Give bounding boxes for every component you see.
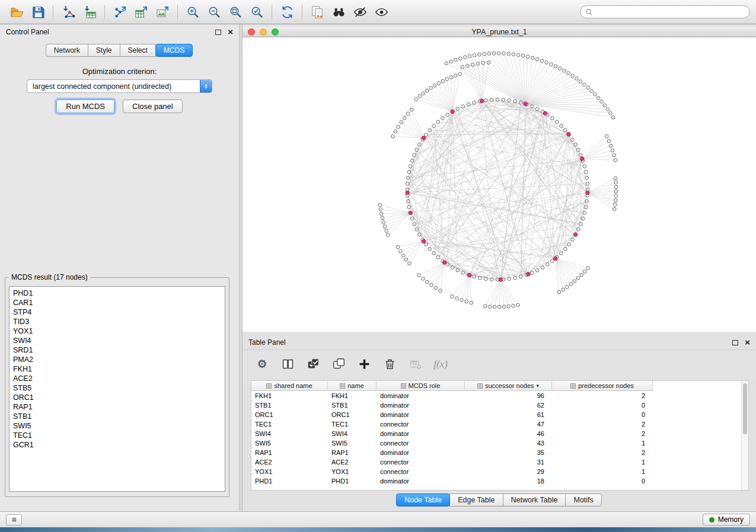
mcds-result-item[interactable]: STB5 xyxy=(9,383,225,393)
zoom-selected-button[interactable] xyxy=(246,2,267,21)
criterion-dropdown[interactable]: largest connected component (undirected)… xyxy=(27,79,212,93)
tab-network[interactable]: Network xyxy=(46,44,88,57)
add-column-button[interactable] xyxy=(356,357,372,372)
close-window-icon[interactable] xyxy=(248,28,255,36)
cell-name: PHD1 xyxy=(328,476,377,486)
mcds-result-item[interactable]: PHD1 xyxy=(9,289,225,298)
column-header-name[interactable]: name xyxy=(328,381,377,391)
cell-shared-name: TEC1 xyxy=(251,419,328,429)
status-bar: ≡ Memory xyxy=(0,511,756,527)
scrollbar-thumb[interactable] xyxy=(743,383,747,434)
open-button[interactable] xyxy=(6,2,27,21)
mcds-result-item[interactable]: STP4 xyxy=(9,307,225,317)
trash-icon xyxy=(384,358,396,370)
table-settings-button[interactable]: ⚙ xyxy=(254,357,270,372)
network-window-titlebar[interactable]: YPA_prune.txt_1 xyxy=(243,27,756,37)
table-body: FKH1FKH1dominator962STB1STB1dominator620… xyxy=(251,391,748,486)
close-panel-button[interactable]: Close panel xyxy=(123,100,183,113)
mcds-result-item[interactable]: PMA2 xyxy=(9,355,225,364)
column-header-shared-name[interactable]: shared name xyxy=(251,381,328,391)
import-table-from-file-button[interactable] xyxy=(79,2,100,21)
table-row[interactable]: ACE2ACE2connector311 xyxy=(251,457,748,467)
tab-select[interactable]: Select xyxy=(120,44,156,57)
cell-successor-nodes: 46 xyxy=(465,429,552,438)
delete-column-button[interactable] xyxy=(382,357,397,372)
refresh-button[interactable] xyxy=(276,2,298,21)
tab-edge-table[interactable]: Edge Table xyxy=(449,493,503,507)
show-details-button[interactable] xyxy=(371,2,392,21)
export-image-button[interactable] xyxy=(152,2,173,21)
table-column-icon xyxy=(340,383,345,389)
table-row[interactable]: RAP1RAP1dominator352 xyxy=(251,448,748,457)
show-columns-button[interactable] xyxy=(280,357,295,372)
table-row[interactable]: PHD1PHD1dominator180 xyxy=(251,476,748,486)
cell-mcds-role: dominator xyxy=(377,391,465,400)
column-header-predecessor-nodes[interactable]: predecessor nodes xyxy=(552,381,653,391)
import-network-from-file-button[interactable] xyxy=(58,2,79,21)
table-row[interactable]: FKH1FKH1dominator962 xyxy=(251,391,748,400)
float-table-panel-icon[interactable] xyxy=(732,340,738,345)
table-scrollbar[interactable] xyxy=(741,381,748,490)
cell-predecessor-nodes: 0 xyxy=(552,400,653,410)
toolbar-separator xyxy=(104,5,105,19)
tab-network-table[interactable]: Network Table xyxy=(503,493,566,507)
float-panel-icon[interactable] xyxy=(215,30,221,35)
mcds-result-item[interactable]: SWI4 xyxy=(9,336,225,345)
zoom-fit-button[interactable] xyxy=(225,2,246,21)
mcds-result-item[interactable]: ORC1 xyxy=(9,393,225,402)
close-table-panel-icon[interactable]: × xyxy=(745,339,750,346)
clone-network-button[interactable] xyxy=(307,2,328,21)
status-menu-button[interactable]: ≡ xyxy=(6,514,22,525)
open-folder-icon xyxy=(10,5,24,19)
table-row[interactable]: SWI5SWI5connector431 xyxy=(251,438,748,448)
maximize-window-icon[interactable] xyxy=(272,28,279,36)
control-panel: Control Panel × Network Style Select MCD… xyxy=(0,24,239,511)
select-all-rows-button[interactable] xyxy=(305,357,321,372)
mcds-result-item[interactable]: GCR1 xyxy=(9,440,225,450)
save-button[interactable] xyxy=(27,2,49,21)
deselect-all-rows-button[interactable] xyxy=(331,357,346,372)
minimize-window-icon[interactable] xyxy=(260,28,267,36)
column-header-mcds-role[interactable]: MCDS role xyxy=(377,381,465,391)
mcds-result-item[interactable]: SRD1 xyxy=(9,345,225,355)
export-network-button[interactable] xyxy=(109,2,130,21)
node-table: shared name name MCDS role successor nod… xyxy=(251,380,749,491)
tab-motifs[interactable]: Motifs xyxy=(565,493,601,507)
eye-icon xyxy=(375,5,388,19)
mcds-result-item[interactable]: YOX1 xyxy=(9,326,225,336)
mcds-result-item[interactable]: TEC1 xyxy=(9,431,225,440)
memory-button[interactable]: Memory xyxy=(703,514,750,525)
table-row[interactable]: SWI4SWI4dominator462 xyxy=(251,429,748,438)
zoom-in-button[interactable] xyxy=(182,2,203,21)
mcds-result-group: MCDS result (17 nodes) PHD1CAR1STP4TID3Y… xyxy=(5,273,229,497)
hide-details-button[interactable] xyxy=(349,2,371,21)
tab-mcds[interactable]: MCDS xyxy=(155,44,193,57)
mcds-result-item[interactable]: RAP1 xyxy=(9,402,225,412)
search-input[interactable] xyxy=(596,8,745,16)
tab-style[interactable]: Style xyxy=(88,44,120,57)
mcds-result-item[interactable]: FKH1 xyxy=(9,364,225,374)
table-row[interactable]: TEC1TEC1connector472 xyxy=(251,419,748,429)
mcds-result-item[interactable]: ACE2 xyxy=(9,374,225,383)
network-graph[interactable] xyxy=(243,37,756,332)
column-header-label: MCDS role xyxy=(409,382,441,389)
network-canvas[interactable] xyxy=(243,37,756,332)
export-table-button[interactable] xyxy=(130,2,152,21)
import-table-icon xyxy=(83,5,97,19)
mcds-result-item[interactable]: SWI5 xyxy=(9,421,225,431)
tab-node-table[interactable]: Node Table xyxy=(396,493,450,507)
mcds-result-list[interactable]: PHD1CAR1STP4TID3YOX1SWI4SRD1PMA2FKH1ACE2… xyxy=(9,286,225,492)
table-row[interactable]: ORC1ORC1dominator610 xyxy=(251,410,748,419)
table-row[interactable]: YOX1YOX1connector291 xyxy=(251,467,748,476)
close-panel-icon[interactable]: × xyxy=(228,28,233,36)
table-row[interactable]: STB1STB1dominator620 xyxy=(251,400,748,410)
mcds-result-item[interactable]: STB1 xyxy=(9,412,225,421)
mcds-result-item[interactable]: CAR1 xyxy=(9,298,225,307)
run-mcds-button[interactable]: Run MCDS xyxy=(56,100,114,113)
first-neighbors-button[interactable] xyxy=(328,2,349,21)
hamburger-icon: ≡ xyxy=(11,515,16,524)
mcds-result-item[interactable]: TID3 xyxy=(9,317,225,326)
cell-shared-name: FKH1 xyxy=(251,391,328,400)
column-header-successor-nodes[interactable]: successor nodes ▾ xyxy=(465,381,552,391)
zoom-out-button[interactable] xyxy=(203,2,225,21)
